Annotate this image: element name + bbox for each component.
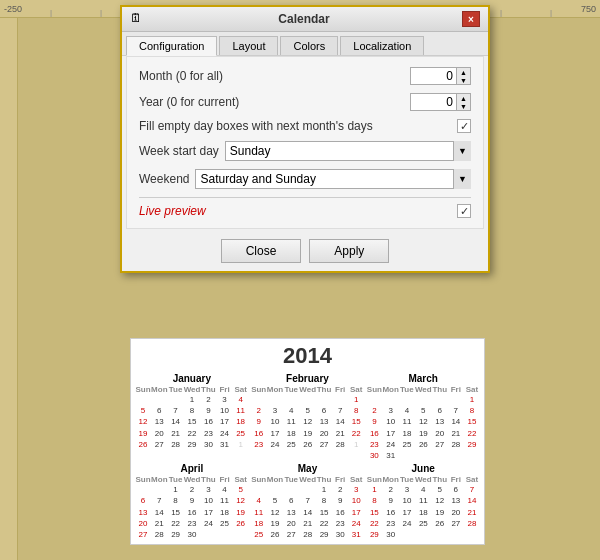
year-row: Year (0 for current) ▲ ▼: [139, 93, 471, 111]
fill-checkbox[interactable]: [457, 119, 471, 133]
month-grid: SunMonTueWedThuFriSat1234567891011121314…: [366, 475, 480, 540]
calendar-day: 6: [448, 484, 464, 495]
day-header: Sun: [135, 385, 151, 394]
calendar-day: 9: [251, 416, 267, 427]
calendar-day: 5: [135, 405, 151, 416]
calendar-day: [233, 529, 249, 540]
day-header: Thu: [432, 475, 448, 484]
calendar-day: 23: [382, 518, 398, 529]
calendar-day: 20: [135, 518, 151, 529]
dialog-titlebar: 🗓 Calendar ×: [122, 7, 488, 32]
month-title: June: [366, 463, 480, 474]
calendar-day: 7: [168, 405, 184, 416]
calendar-day: 9: [200, 405, 216, 416]
calendar-day: [283, 394, 299, 405]
weekend-select[interactable]: Saturday and Sunday Saturday Sunday: [195, 169, 471, 189]
calendar-day: 27: [283, 529, 299, 540]
calendar-day: 10: [348, 495, 364, 506]
calendar-day: [316, 394, 332, 405]
preview-checkbox[interactable]: [457, 204, 471, 218]
day-header: Mon: [151, 385, 167, 394]
calendar-icon: 🗓: [130, 11, 146, 27]
calendar-day: 25: [251, 529, 267, 540]
calendar-day: 3: [200, 484, 216, 495]
calendar-month-march: MarchSunMonTueWedThuFriSat12345678910111…: [366, 373, 480, 461]
calendar-day: 12: [135, 416, 151, 427]
calendar-day: 30: [200, 439, 216, 450]
calendar-day: 31: [382, 450, 398, 461]
calendar-day: 9: [184, 495, 201, 506]
calendar-day: 24: [399, 518, 415, 529]
calendar-day: 22: [348, 428, 364, 439]
year-spin-down[interactable]: ▼: [457, 102, 470, 110]
calendar-day: 18: [233, 416, 249, 427]
calendar-day: 30: [332, 529, 348, 540]
calendar-day: 15: [366, 507, 382, 518]
calendar-day: [267, 484, 283, 495]
day-header: Wed: [184, 475, 201, 484]
day-header: Wed: [415, 475, 432, 484]
month-spin-up[interactable]: ▲: [457, 68, 470, 76]
calendar-day: 5: [299, 405, 316, 416]
calendar-day: 20: [316, 428, 332, 439]
calendar-day: [168, 394, 184, 405]
calendar-day: 11: [233, 405, 249, 416]
calendar-day: 3: [348, 484, 364, 495]
week-start-select[interactable]: Sunday Monday Saturday: [225, 141, 471, 161]
calendar-day: 23: [251, 439, 267, 450]
tab-layout[interactable]: Layout: [219, 36, 278, 55]
day-header: Thu: [200, 385, 216, 394]
calendar-day: 23: [366, 439, 382, 450]
dialog-close-button[interactable]: ×: [462, 11, 480, 27]
tab-colors[interactable]: Colors: [280, 36, 338, 55]
calendar-day: 10: [267, 416, 283, 427]
calendar-day: 19: [415, 428, 432, 439]
calendar-day: 8: [184, 405, 201, 416]
day-header: Tue: [168, 475, 184, 484]
calendar-day: 17: [382, 428, 398, 439]
calendar-day: 22: [168, 518, 184, 529]
calendar-day: 23: [184, 518, 201, 529]
calendar-day: 3: [399, 484, 415, 495]
calendar-months-grid: JanuarySunMonTueWedThuFriSat123456789101…: [135, 373, 480, 540]
month-grid: SunMonTueWedThuFriSat1234567891011121314…: [135, 475, 249, 540]
calendar-day: 19: [299, 428, 316, 439]
day-header: Tue: [399, 475, 415, 484]
calendar-day: 30: [382, 529, 398, 540]
calendar-month-june: JuneSunMonTueWedThuFriSat123456789101112…: [366, 463, 480, 540]
calendar-day: 11: [415, 495, 432, 506]
calendar-day: 2: [251, 405, 267, 416]
calendar-day: 27: [316, 439, 332, 450]
month-label: Month (0 for all): [139, 69, 410, 83]
calendar-preview: 2014 JanuarySunMonTueWedThuFriSat1234567…: [130, 338, 485, 545]
calendar-day: 5: [415, 405, 432, 416]
calendar-day: 8: [348, 405, 364, 416]
tab-configuration[interactable]: Configuration: [126, 36, 217, 56]
calendar-day: 7: [299, 495, 316, 506]
day-header: Tue: [168, 385, 184, 394]
calendar-day: 4: [233, 394, 249, 405]
calendar-day: 18: [399, 428, 415, 439]
calendar-day: 25: [415, 518, 432, 529]
day-header: Fri: [448, 385, 464, 394]
month-spin-down[interactable]: ▼: [457, 76, 470, 84]
calendar-day: 12: [267, 507, 283, 518]
fill-row: Fill empty day boxes with next month's d…: [139, 119, 471, 133]
month-input[interactable]: [411, 68, 456, 84]
year-input[interactable]: [411, 94, 456, 110]
year-spin-up[interactable]: ▲: [457, 94, 470, 102]
close-button[interactable]: Close: [221, 239, 302, 263]
ruler-right-mark: 750: [581, 4, 596, 14]
month-title: January: [135, 373, 249, 384]
calendar-day: 19: [432, 507, 448, 518]
month-grid: SunMonTueWedThuFriSat1234567891011121314…: [251, 385, 365, 450]
day-header: Sat: [348, 385, 364, 394]
apply-button[interactable]: Apply: [309, 239, 389, 263]
calendar-day: 13: [135, 507, 151, 518]
calendar-day: 23: [332, 518, 348, 529]
tab-localization[interactable]: Localization: [340, 36, 424, 55]
calendar-day: 28: [168, 439, 184, 450]
month-grid: SunMonTueWedThuFriSat1234567891011121314…: [251, 475, 365, 540]
calendar-day: 1: [233, 439, 249, 450]
calendar-day: [151, 484, 167, 495]
